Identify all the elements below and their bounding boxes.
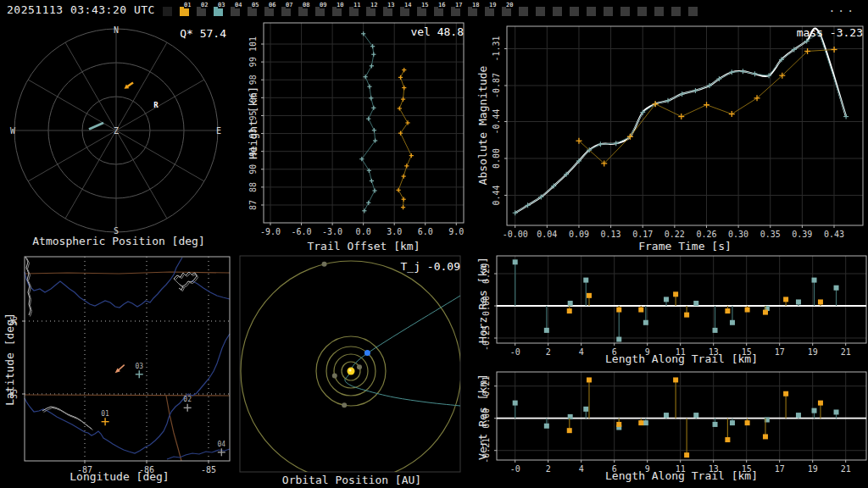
- panel-trail-offset: -9.0-6.0-3.00.03.06.09.01019998969593919…: [237, 20, 483, 253]
- svg-text:-0: -0: [510, 464, 520, 474]
- svg-text:88: 88: [248, 182, 258, 192]
- stat-tisserand: T_j -0.09: [401, 260, 460, 273]
- camera-tab-label-03: 03: [218, 2, 225, 8]
- svg-text:3.0: 3.0: [387, 227, 402, 236]
- camera-tab-label-02: 02: [201, 2, 208, 8]
- svg-text:-85: -85: [201, 465, 216, 474]
- orbit-xlabel: Orbital Position [AU]: [282, 474, 421, 486]
- camera-tab-label-06: 06: [269, 2, 275, 8]
- camera-tab-label-18: 18: [472, 2, 479, 8]
- svg-text:-0.00: -0.00: [503, 230, 528, 239]
- svg-text:0.17: 0.17: [632, 230, 653, 239]
- svg-text:21: 21: [841, 464, 851, 474]
- camera-tab-label-05: 05: [252, 2, 259, 8]
- camera-tab-extra-11[interactable]: [688, 7, 698, 16]
- camera-tab-extra-9[interactable]: [654, 7, 664, 16]
- trail-offset-chart: -9.0-6.0-3.00.03.06.09.01019998969593919…: [237, 20, 483, 253]
- svg-text:99: 99: [248, 57, 258, 67]
- camera-tab-label-07: 07: [286, 2, 292, 8]
- camera-tab-label-17: 17: [455, 2, 462, 8]
- svg-text:2: 2: [546, 347, 551, 357]
- svg-text:01: 01: [101, 410, 109, 418]
- stat-q-value: Q* 57.4: [180, 27, 226, 40]
- svg-text:19: 19: [808, 464, 818, 474]
- svg-text:6.0: 6.0: [418, 227, 433, 236]
- svg-text:02: 02: [183, 396, 192, 403]
- panel-atmospheric-position: NSEWZR Q* 57.4 Atmospheric Position [deg…: [0, 20, 237, 253]
- svg-text:19: 19: [808, 347, 818, 357]
- svg-text:0.04: 0.04: [537, 230, 557, 239]
- trail-offset-xlabel: Trail Offset [km]: [307, 240, 420, 252]
- svg-text:17: 17: [775, 347, 785, 357]
- camera-tab-label-13: 13: [387, 2, 394, 8]
- svg-text:-0.87: -0.87: [492, 73, 501, 98]
- horz-res-ylabel: Horz Res [km]: [476, 257, 489, 343]
- camera-tab-label-04: 04: [235, 2, 242, 8]
- camera-tab-extra-1[interactable]: [519, 7, 528, 16]
- camera-tab-extra-10[interactable]: [671, 7, 681, 16]
- svg-text:0.09: 0.09: [569, 230, 589, 239]
- panel-orbit: T_j -0.09 Orbital Position [AU]: [237, 253, 483, 488]
- camera-tab-extra-4[interactable]: [570, 7, 579, 16]
- svg-text:03: 03: [135, 363, 143, 370]
- panel-ground-map: -87-86-85363501020304 Longitude [deg] La…: [0, 253, 237, 488]
- svg-text:04: 04: [218, 441, 226, 448]
- camera-tab-extra-7[interactable]: [620, 7, 630, 16]
- svg-text:E: E: [216, 126, 221, 136]
- svg-text:0.22: 0.22: [665, 230, 685, 239]
- panel-horizontal-residuals: -024691113151719210.250.00-0.25 Length A…: [475, 253, 868, 369]
- camera-tab-extra-8[interactable]: [637, 7, 647, 16]
- svg-text:9.0: 9.0: [448, 227, 464, 236]
- camera-tab-extra-6[interactable]: [604, 7, 613, 16]
- camera-tab-label-15: 15: [421, 2, 428, 8]
- status-bar: 20251113 03:43:20 UTC 010203040506070809…: [0, 0, 868, 20]
- camera-tab-label-19: 19: [489, 2, 496, 8]
- camera-tab-label-01: 01: [184, 2, 191, 8]
- svg-text:0.13: 0.13: [601, 230, 621, 239]
- camera-tab-extra-2[interactable]: [536, 7, 545, 16]
- svg-text:2: 2: [546, 464, 551, 474]
- utc-clock: 20251113 03:43:20 UTC: [7, 3, 155, 16]
- svg-text:90: 90: [248, 164, 258, 175]
- vert-res-xlabel: Length Along Trail [km]: [605, 469, 758, 482]
- svg-text:21: 21: [841, 347, 851, 357]
- svg-text:0.30: 0.30: [728, 230, 748, 239]
- svg-text:17: 17: [775, 464, 785, 474]
- magnitude-ylabel: Absolute Magnitude: [476, 66, 489, 186]
- svg-text:0.43: 0.43: [824, 230, 844, 239]
- svg-text:87: 87: [248, 200, 258, 210]
- camera-tab-label-08: 08: [303, 2, 309, 8]
- ground-map-chart: -87-86-85363501020304: [0, 253, 237, 488]
- camera-tab-label-16: 16: [438, 2, 445, 8]
- camera-tab-label-09: 09: [320, 2, 326, 8]
- camera-tab-extra-3[interactable]: [553, 7, 562, 16]
- svg-text:98: 98: [248, 75, 258, 85]
- panel-vertical-residuals: -024691113151719210.210.00-0.21 Length A…: [475, 369, 868, 488]
- svg-text:0.35: 0.35: [760, 230, 781, 239]
- camera-tab-label-11: 11: [353, 2, 360, 8]
- map-xlabel: Longitude [deg]: [70, 470, 169, 483]
- svg-text:R: R: [153, 101, 159, 109]
- stat-velocity: vel 48.8: [410, 25, 464, 38]
- svg-text:-9.0: -9.0: [260, 227, 281, 236]
- svg-text:-3.0: -3.0: [322, 227, 342, 236]
- svg-text:-0.44: -0.44: [492, 108, 501, 134]
- svg-text:0.00: 0.00: [492, 148, 501, 169]
- svg-text:-1.31: -1.31: [492, 36, 501, 61]
- camera-tab-extra-5[interactable]: [587, 7, 596, 16]
- panel-light-curve: -0.000.040.090.130.170.220.260.300.350.3…: [475, 20, 868, 253]
- svg-text:0.44: 0.44: [492, 185, 501, 205]
- svg-text:101: 101: [248, 36, 258, 52]
- magnitude-chart: -0.000.040.090.130.170.220.260.300.350.3…: [475, 20, 868, 253]
- horz-res-xlabel: Length Along Trail [km]: [605, 352, 758, 365]
- overflow-menu[interactable]: ...: [829, 2, 856, 14]
- svg-text:0.39: 0.39: [792, 230, 812, 239]
- svg-text:N: N: [114, 25, 119, 35]
- orbit-chart: [237, 253, 483, 488]
- magnitude-xlabel: Frame Time [s]: [638, 240, 732, 252]
- svg-text:Z: Z: [114, 126, 119, 136]
- trail-offset-ylabel: Height [km]: [247, 86, 259, 159]
- svg-text:W: W: [10, 126, 16, 136]
- svg-text:0.0: 0.0: [356, 227, 371, 236]
- camera-tab-blank[interactable]: [163, 7, 172, 16]
